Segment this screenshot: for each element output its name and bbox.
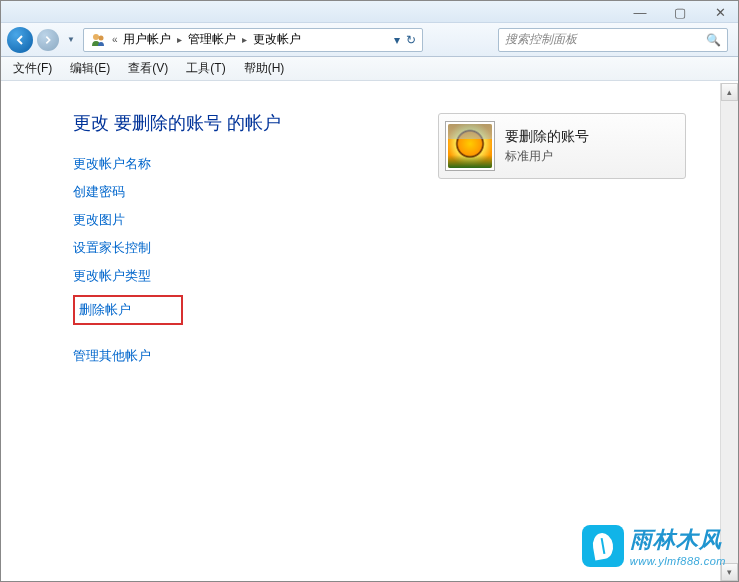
menu-view[interactable]: 查看(V): [120, 58, 176, 79]
forward-button[interactable]: [37, 29, 59, 51]
menu-bar: 文件(F) 编辑(E) 查看(V) 工具(T) 帮助(H): [1, 57, 738, 81]
account-name: 要删除的账号: [505, 128, 589, 146]
address-bar: ▼ « 用户帐户 ▸ 管理帐户 ▸ 更改帐户 ▾ ↻ 搜索控制面板 🔍: [1, 23, 738, 57]
svg-point-0: [93, 34, 99, 40]
address-actions: ▾ ↻: [394, 33, 416, 47]
chevron-right-icon[interactable]: ▸: [177, 34, 182, 45]
link-manage-other[interactable]: 管理其他帐户: [73, 347, 718, 365]
search-input[interactable]: 搜索控制面板 🔍: [498, 28, 728, 52]
menu-file[interactable]: 文件(F): [5, 58, 60, 79]
close-button[interactable]: ✕: [710, 3, 730, 21]
link-parental-controls[interactable]: 设置家长控制: [73, 239, 718, 257]
content-area: 更改 要删除的账号 的帐户 更改帐户名称 创建密码 更改图片 设置家长控制 更改…: [1, 83, 738, 581]
breadcrumb-item[interactable]: 用户帐户: [123, 31, 171, 48]
watermark: 雨林木风 www.ylmf888.com: [582, 525, 726, 567]
breadcrumb-item[interactable]: 更改帐户: [253, 31, 301, 48]
window-controls: — ▢ ✕: [630, 3, 730, 21]
link-delete-account[interactable]: 删除帐户: [73, 295, 183, 325]
account-type: 标准用户: [505, 148, 589, 165]
action-links: 更改帐户名称 创建密码 更改图片 设置家长控制 更改帐户类型 删除帐户: [73, 155, 718, 325]
arrow-left-icon: [14, 34, 26, 46]
search-placeholder: 搜索控制面板: [505, 31, 577, 48]
secondary-links: 管理其他帐户: [73, 347, 718, 365]
search-icon[interactable]: 🔍: [706, 33, 721, 47]
scroll-track[interactable]: [721, 101, 738, 563]
watermark-url: www.ylmf888.com: [630, 555, 726, 567]
menu-tools[interactable]: 工具(T): [178, 58, 233, 79]
vertical-scrollbar[interactable]: ▴ ▾: [720, 83, 738, 581]
breadcrumb-overflow[interactable]: «: [112, 34, 118, 45]
breadcrumb-item[interactable]: 管理帐户: [188, 31, 236, 48]
menu-edit[interactable]: 编辑(E): [62, 58, 118, 79]
minimize-button[interactable]: —: [630, 3, 650, 21]
refresh-icon[interactable]: ↻: [406, 33, 416, 47]
arrow-right-icon: [43, 35, 53, 45]
link-change-type[interactable]: 更改帐户类型: [73, 267, 718, 285]
titlebar: — ▢ ✕: [1, 1, 738, 23]
watermark-brand: 雨林木风: [630, 525, 726, 555]
dropdown-icon[interactable]: ▾: [394, 33, 400, 47]
link-create-password[interactable]: 创建密码: [73, 183, 718, 201]
breadcrumb[interactable]: « 用户帐户 ▸ 管理帐户 ▸ 更改帐户 ▾ ↻: [83, 28, 423, 52]
svg-point-1: [98, 35, 103, 40]
user-accounts-icon: [90, 32, 106, 48]
watermark-logo-icon: [582, 525, 624, 567]
menu-help[interactable]: 帮助(H): [236, 58, 293, 79]
avatar-frame: [445, 121, 495, 171]
scroll-up-button[interactable]: ▴: [721, 83, 738, 101]
maximize-button[interactable]: ▢: [670, 3, 690, 21]
avatar-sunflower-icon: [448, 124, 492, 168]
account-card[interactable]: 要删除的账号 标准用户: [438, 113, 686, 179]
chevron-right-icon[interactable]: ▸: [242, 34, 247, 45]
nav-history-dropdown[interactable]: ▼: [63, 35, 79, 44]
account-text: 要删除的账号 标准用户: [505, 128, 589, 165]
link-change-picture[interactable]: 更改图片: [73, 211, 718, 229]
back-button[interactable]: [7, 27, 33, 53]
